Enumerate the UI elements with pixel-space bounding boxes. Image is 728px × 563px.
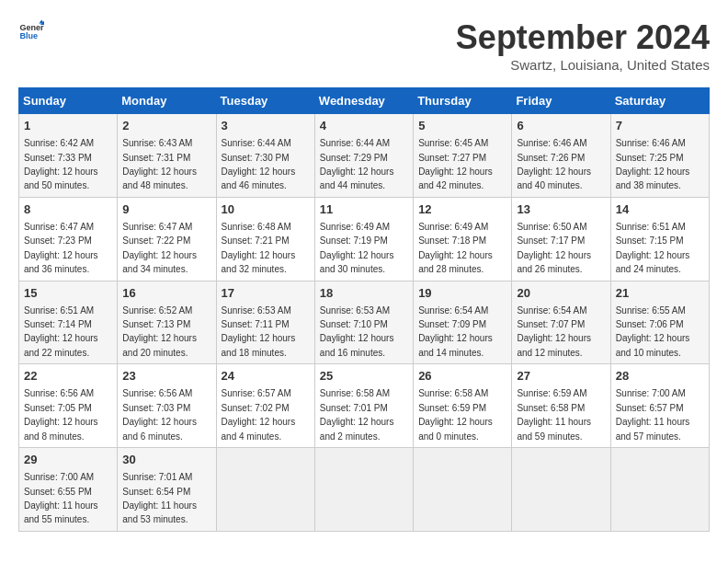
- col-friday: Friday: [512, 88, 610, 114]
- calendar-week-1: 1Sunrise: 6:42 AMSunset: 7:33 PMDaylight…: [19, 114, 710, 198]
- table-row: 20Sunrise: 6:54 AMSunset: 7:07 PMDayligh…: [512, 281, 610, 364]
- table-row: 10Sunrise: 6:48 AMSunset: 7:21 PMDayligh…: [216, 197, 314, 281]
- calendar-header-row: Sunday Monday Tuesday Wednesday Thursday…: [19, 88, 710, 114]
- table-row: 3Sunrise: 6:44 AMSunset: 7:30 PMDaylight…: [216, 114, 314, 198]
- table-row: 27Sunrise: 6:59 AMSunset: 6:58 PMDayligh…: [512, 364, 610, 448]
- table-row: 18Sunrise: 6:53 AMSunset: 7:10 PMDayligh…: [314, 281, 413, 364]
- col-wednesday: Wednesday: [314, 88, 413, 114]
- table-row: [314, 448, 413, 532]
- page-header: General Blue September 2024 Swartz, Loui…: [18, 18, 710, 73]
- calendar-week-4: 22Sunrise: 6:56 AMSunset: 7:05 PMDayligh…: [19, 364, 710, 448]
- table-row: 26Sunrise: 6:58 AMSunset: 6:59 PMDayligh…: [414, 364, 512, 448]
- table-row: 29Sunrise: 7:00 AMSunset: 6:55 PMDayligh…: [19, 448, 118, 532]
- col-sunday: Sunday: [19, 88, 118, 114]
- table-row: 21Sunrise: 6:55 AMSunset: 7:06 PMDayligh…: [610, 281, 709, 364]
- generalblue-logo-icon: General Blue: [18, 18, 44, 44]
- location-subtitle: Swartz, Louisiana, United States: [456, 57, 710, 73]
- month-title: September 2024: [456, 18, 710, 57]
- table-row: 15Sunrise: 6:51 AMSunset: 7:14 PMDayligh…: [19, 281, 118, 364]
- calendar-week-5: 29Sunrise: 7:00 AMSunset: 6:55 PMDayligh…: [19, 448, 710, 532]
- table-row: 19Sunrise: 6:54 AMSunset: 7:09 PMDayligh…: [414, 281, 512, 364]
- table-row: [610, 448, 709, 532]
- col-saturday: Saturday: [610, 88, 709, 114]
- table-row: 9Sunrise: 6:47 AMSunset: 7:22 PMDaylight…: [118, 197, 216, 281]
- table-row: 13Sunrise: 6:50 AMSunset: 7:17 PMDayligh…: [512, 197, 610, 281]
- title-block: September 2024 Swartz, Louisiana, United…: [456, 18, 710, 73]
- table-row: 22Sunrise: 6:56 AMSunset: 7:05 PMDayligh…: [19, 364, 118, 448]
- table-row: [414, 448, 512, 532]
- table-row: 2Sunrise: 6:43 AMSunset: 7:31 PMDaylight…: [118, 114, 216, 198]
- table-row: 4Sunrise: 6:44 AMSunset: 7:29 PMDaylight…: [314, 114, 413, 198]
- col-monday: Monday: [118, 88, 216, 114]
- table-row: 23Sunrise: 6:56 AMSunset: 7:03 PMDayligh…: [118, 364, 216, 448]
- table-row: 16Sunrise: 6:52 AMSunset: 7:13 PMDayligh…: [118, 281, 216, 364]
- table-row: 7Sunrise: 6:46 AMSunset: 7:25 PMDaylight…: [610, 114, 709, 198]
- table-row: 6Sunrise: 6:46 AMSunset: 7:26 PMDaylight…: [512, 114, 610, 198]
- calendar-week-3: 15Sunrise: 6:51 AMSunset: 7:14 PMDayligh…: [19, 281, 710, 364]
- table-row: 8Sunrise: 6:47 AMSunset: 7:23 PMDaylight…: [19, 197, 118, 281]
- calendar-week-2: 8Sunrise: 6:47 AMSunset: 7:23 PMDaylight…: [19, 197, 710, 281]
- col-thursday: Thursday: [414, 88, 512, 114]
- table-row: 1Sunrise: 6:42 AMSunset: 7:33 PMDaylight…: [19, 114, 118, 198]
- table-row: 30Sunrise: 7:01 AMSunset: 6:54 PMDayligh…: [118, 448, 216, 532]
- table-row: 17Sunrise: 6:53 AMSunset: 7:11 PMDayligh…: [216, 281, 314, 364]
- col-tuesday: Tuesday: [216, 88, 314, 114]
- svg-text:General: General: [19, 23, 44, 32]
- calendar-table: Sunday Monday Tuesday Wednesday Thursday…: [18, 87, 710, 532]
- table-row: 24Sunrise: 6:57 AMSunset: 7:02 PMDayligh…: [216, 364, 314, 448]
- table-row: 25Sunrise: 6:58 AMSunset: 7:01 PMDayligh…: [314, 364, 413, 448]
- table-row: [512, 448, 610, 532]
- table-row: 28Sunrise: 7:00 AMSunset: 6:57 PMDayligh…: [610, 364, 709, 448]
- svg-text:Blue: Blue: [19, 31, 38, 40]
- table-row: 12Sunrise: 6:49 AMSunset: 7:18 PMDayligh…: [414, 197, 512, 281]
- logo: General Blue: [18, 18, 44, 44]
- table-row: 14Sunrise: 6:51 AMSunset: 7:15 PMDayligh…: [610, 197, 709, 281]
- table-row: [216, 448, 314, 532]
- table-row: 5Sunrise: 6:45 AMSunset: 7:27 PMDaylight…: [414, 114, 512, 198]
- table-row: 11Sunrise: 6:49 AMSunset: 7:19 PMDayligh…: [314, 197, 413, 281]
